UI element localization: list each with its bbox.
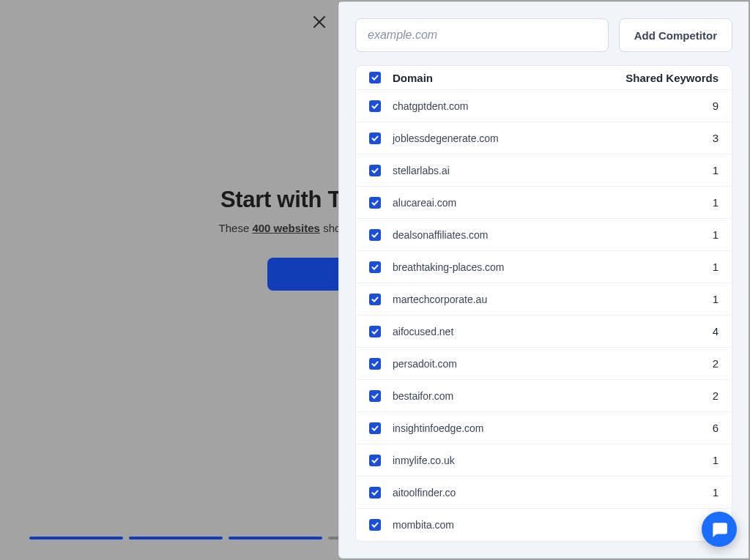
progress-step-3 [229, 537, 322, 540]
row-checkbox[interactable] [369, 100, 381, 112]
row-shared-keywords: 9 [623, 100, 719, 112]
row-checkbox-cell [369, 261, 391, 273]
row-checkbox[interactable] [369, 261, 381, 273]
check-icon [371, 425, 379, 432]
row-checkbox-cell [369, 132, 391, 144]
close-button[interactable] [311, 13, 328, 31]
table-row[interactable]: inmylife.co.uk1 [356, 444, 732, 477]
row-domain: chatgptdent.com [391, 100, 623, 112]
check-icon [371, 74, 379, 81]
table-row[interactable]: bestaifor.com2 [356, 380, 732, 412]
row-shared-keywords: 2 [623, 389, 719, 402]
row-checkbox-cell [369, 100, 391, 112]
check-icon [371, 360, 379, 367]
row-checkbox-cell [369, 422, 391, 434]
row-shared-keywords: 1 [623, 293, 719, 305]
progress-step-1 [29, 537, 123, 540]
row-checkbox-cell [369, 390, 391, 402]
row-shared-keywords: 1 [623, 228, 719, 241]
header-domain: Domain [391, 72, 623, 84]
check-icon [371, 521, 379, 529]
row-shared-keywords: 3 [623, 132, 719, 144]
row-checkbox-cell [369, 358, 391, 370]
table-body: chatgptdent.com9joblessdegenerate.com3st… [356, 90, 732, 541]
row-checkbox-cell [369, 197, 391, 209]
check-icon [371, 102, 379, 110]
check-icon [371, 328, 379, 335]
row-domain: inmylife.co.uk [391, 455, 623, 466]
row-checkbox-cell [369, 229, 391, 241]
row-checkbox[interactable] [369, 455, 381, 466]
table-row[interactable]: aifocused.net4 [356, 316, 732, 348]
check-icon [371, 231, 379, 239]
check-icon [371, 296, 379, 303]
table-row[interactable]: stellarlabs.ai1 [356, 154, 732, 187]
table-row[interactable]: joblessdegenerate.com3 [356, 122, 732, 154]
close-icon [313, 15, 326, 29]
chat-launcher[interactable] [702, 512, 737, 547]
row-shared-keywords: 4 [623, 325, 719, 337]
row-shared-keywords: 1 [623, 261, 719, 273]
row-shared-keywords: 1 [623, 486, 719, 499]
row-checkbox[interactable] [369, 487, 381, 499]
table-row[interactable]: mombita.com [356, 509, 732, 541]
row-checkbox[interactable] [369, 229, 381, 241]
check-icon [371, 264, 379, 271]
check-icon [371, 167, 379, 174]
competitor-table: Domain Shared Keywords chatgptdent.com9j… [355, 65, 732, 542]
table-row[interactable]: aitoolfinder.co1 [356, 477, 732, 509]
row-shared-keywords: 1 [623, 454, 719, 466]
table-row[interactable]: chatgptdent.com9 [356, 90, 732, 122]
check-icon [371, 199, 379, 206]
row-domain: aifocused.net [391, 326, 623, 337]
row-domain: martechcorporate.au [391, 294, 623, 305]
row-checkbox[interactable] [369, 197, 381, 209]
row-checkbox[interactable] [369, 132, 381, 144]
row-shared-keywords: 1 [623, 196, 719, 209]
row-shared-keywords: 1 [623, 164, 719, 176]
row-shared-keywords: 2 [623, 357, 719, 370]
row-checkbox[interactable] [369, 422, 381, 434]
table-row[interactable]: persadoit.com2 [356, 348, 732, 380]
row-checkbox[interactable] [369, 519, 381, 531]
row-checkbox-cell [369, 294, 391, 305]
row-domain: breathtaking-places.com [391, 261, 623, 273]
row-domain: bestaifor.com [391, 390, 623, 402]
competitor-panel: Add Competitor Domain Shared Keywords ch… [338, 1, 749, 559]
row-checkbox-cell [369, 326, 391, 337]
row-domain: persadoit.com [391, 358, 623, 370]
table-row[interactable]: alucareai.com1 [356, 187, 732, 219]
subtitle-prefix: These [219, 222, 253, 234]
check-icon [371, 135, 379, 142]
table-row[interactable]: martechcorporate.au1 [356, 283, 732, 316]
select-all-checkbox[interactable] [369, 72, 381, 83]
table-row[interactable]: dealsonaffiliates.com1 [356, 219, 732, 251]
row-checkbox-cell [369, 487, 391, 499]
row-domain: alucareai.com [391, 197, 623, 209]
table-row[interactable]: insightinfoedge.com6 [356, 412, 732, 444]
row-checkbox-cell [369, 519, 391, 531]
row-checkbox-cell [369, 455, 391, 466]
table-header: Domain Shared Keywords [356, 66, 732, 90]
row-domain: mombita.com [391, 519, 623, 531]
row-checkbox[interactable] [369, 165, 381, 176]
row-checkbox[interactable] [369, 390, 381, 402]
row-checkbox-cell [369, 165, 391, 176]
add-competitor-button[interactable]: Add Competitor [619, 18, 732, 52]
check-icon [371, 392, 379, 400]
header-shared-keywords: Shared Keywords [623, 72, 719, 84]
progress-step-2 [129, 537, 223, 540]
row-domain: insightinfoedge.com [391, 422, 623, 434]
row-checkbox[interactable] [369, 358, 381, 370]
row-checkbox[interactable] [369, 294, 381, 305]
chat-icon [710, 520, 729, 539]
row-checkbox[interactable] [369, 326, 381, 337]
row-domain: dealsonaffiliates.com [391, 229, 623, 241]
row-shared-keywords: 6 [623, 422, 719, 434]
table-row[interactable]: breathtaking-places.com1 [356, 251, 732, 283]
subtitle-website-count: 400 websites [252, 222, 320, 234]
competitor-domain-input[interactable] [355, 18, 609, 52]
check-icon [371, 457, 379, 464]
row-domain: aitoolfinder.co [391, 487, 623, 499]
row-domain: stellarlabs.ai [391, 165, 623, 176]
